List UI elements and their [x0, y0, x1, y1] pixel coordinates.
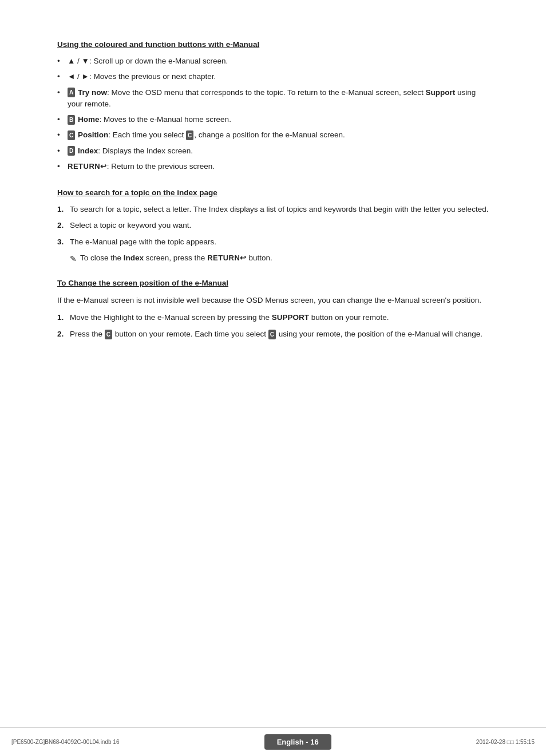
footer-page-number: English - 16 — [264, 734, 331, 750]
step3-num: 3. — [57, 236, 64, 248]
bullet-item-a-try-now: A Try now: Move the OSD menu that corres… — [57, 87, 489, 110]
d-button-icon: D — [68, 146, 75, 156]
step2-num: 2. — [57, 220, 64, 231]
step1-s3-text: Move the Highlight to the e-Manual scree… — [70, 313, 389, 322]
note-pencil-icon: ✎ — [70, 253, 77, 265]
bullet-item-arrows-lr: ◄ / ►: Moves the previous or next chapte… — [57, 71, 489, 82]
bullet-item-return: RETURN↩: Return to the previous screen. — [57, 161, 489, 172]
arrows-left-right: ◄ / ► — [68, 72, 89, 81]
section1-bullet-list: ▲ / ▼: Scroll up or down the e-Manual sc… — [57, 56, 489, 172]
c-button-icon-1: C — [68, 130, 75, 140]
section3-title: To Change the screen position of the e-M… — [57, 279, 489, 287]
footer-right-text: 2012-02-28 □□ 1:55:15 — [476, 739, 535, 745]
c-button-s3-2: C — [268, 330, 276, 339]
step3-text: The e-Manual page with the topic appears… — [70, 238, 216, 246]
bullet-item-c-position: C Position: Each time you select C, chan… — [57, 129, 489, 141]
step-3-page-appears: 3. The e-Manual page with the topic appe… — [57, 236, 489, 248]
step-2-select-topic: 2. Select a topic or keyword you want. — [57, 220, 489, 231]
bullet-item-arrows-ud: ▲ / ▼: Scroll up or down the e-Manual sc… — [57, 56, 489, 67]
footer-left-text: [PE6500-ZG]BN68-04092C-00L04.indb 16 — [11, 739, 119, 745]
step2-s3-text: Press the C button on your remote. Each … — [70, 330, 482, 338]
step2-text: Select a topic or keyword you want. — [70, 221, 191, 229]
bullet-item-b-home: B Home: Moves to the e-Manual home scree… — [57, 114, 489, 125]
bullet5-text-before: : Each time you select — [108, 130, 186, 139]
position-label: Position — [78, 130, 108, 139]
arrows-up-down: ▲ / ▼ — [68, 57, 89, 65]
index-bold: Index — [124, 254, 144, 262]
step1-num: 1. — [57, 204, 64, 215]
support-key-label: SUPPORT — [272, 313, 309, 322]
page-container: Using the coloured and function buttons … — [0, 0, 546, 756]
step1-s3-num: 1. — [57, 312, 64, 323]
bullet-item-d-index: D Index: Displays the Index screen. — [57, 145, 489, 157]
bullet2-text: : Moves the previous or next chapter. — [89, 72, 216, 81]
c-button-s3-1: C — [105, 330, 112, 339]
section3-intro: If the e-Manual screen is not invisible … — [57, 294, 489, 307]
a-button-icon: A — [68, 88, 75, 97]
try-now-label: Try now — [78, 88, 107, 97]
bullet6-text: : Displays the Index screen. — [98, 147, 193, 155]
page-footer: [PE6500-ZG]BN68-04092C-00L04.indb 16 Eng… — [0, 727, 546, 756]
step1-text: To search for a topic, select a letter. … — [70, 205, 488, 213]
step-1-search: 1. To search for a topic, select a lette… — [57, 204, 489, 215]
section3-numbered-list: 1. Move the Highlight to the e-Manual sc… — [57, 312, 489, 340]
support-word: Support — [426, 88, 456, 97]
section-coloured-buttons: Using the coloured and function buttons … — [57, 40, 489, 172]
section1-title: Using the coloured and function buttons … — [57, 40, 489, 49]
section2-title: How to search for a topic on the index p… — [57, 188, 489, 197]
return-key-label: RETURN↩ — [68, 162, 107, 171]
b-button-icon: B — [68, 115, 75, 125]
section-search-topic: How to search for a topic on the index p… — [57, 188, 489, 265]
bullet1-text: : Scroll up or down the e-Manual screen. — [89, 57, 228, 65]
content-area: Using the coloured and function buttons … — [46, 34, 500, 362]
step-2-press-c: 2. Press the C button on your remote. Ea… — [57, 328, 489, 340]
step2-s3-num: 2. — [57, 328, 64, 340]
index-label: Index — [78, 147, 98, 155]
section2-note: ✎ To close the Index screen, press the R… — [70, 252, 489, 265]
bullet5-text-after: , change a position for the e-Manual scr… — [194, 130, 345, 139]
bullet3-text: : Move the OSD menu that corresponds to … — [107, 88, 426, 97]
c-button-icon-2: C — [186, 130, 193, 140]
section2-numbered-list: 1. To search for a topic, select a lette… — [57, 204, 489, 248]
section-change-position: To Change the screen position of the e-M… — [57, 279, 489, 340]
note-text: To close the Index screen, press the RET… — [80, 252, 272, 264]
bullet4-text: : Moves to the e-Manual home screen. — [100, 115, 231, 124]
return-key-note: RETURN↩ — [207, 254, 247, 262]
bullet7-text: : Return to the previous screen. — [107, 162, 215, 171]
home-label: Home — [78, 115, 100, 124]
step-1-move-highlight: 1. Move the Highlight to the e-Manual sc… — [57, 312, 489, 323]
